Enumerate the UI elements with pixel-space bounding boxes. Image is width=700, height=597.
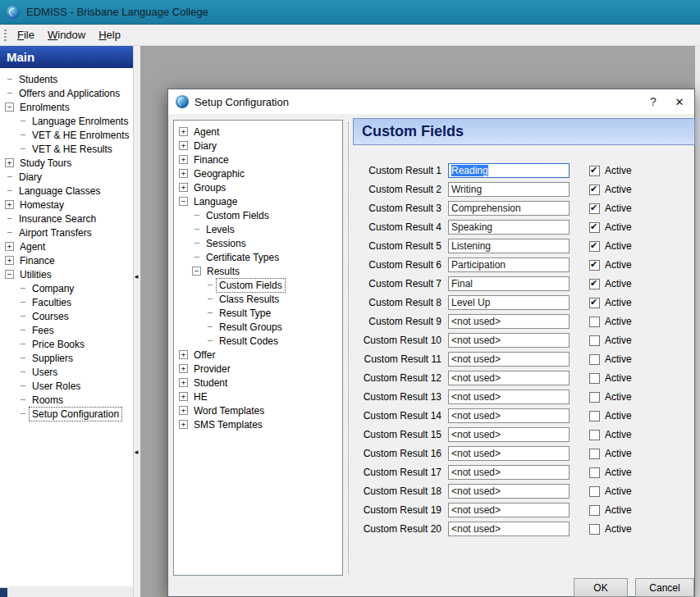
custom-result-input[interactable]: <not used> bbox=[448, 484, 570, 499]
expand-icon[interactable] bbox=[179, 392, 188, 401]
collapse-icon[interactable] bbox=[192, 267, 201, 276]
sidebar-item[interactable]: Utilities bbox=[0, 267, 133, 281]
cancel-button[interactable]: Cancel bbox=[635, 578, 694, 597]
tree-item[interactable]: Results bbox=[174, 264, 342, 278]
active-checkbox[interactable] bbox=[589, 241, 600, 252]
sidebar-item[interactable]: Study Tours bbox=[0, 156, 133, 170]
sidebar-item[interactable]: Language Classes bbox=[0, 184, 133, 198]
custom-result-input[interactable]: <not used> bbox=[448, 503, 570, 517]
custom-result-input[interactable]: <not used> bbox=[448, 314, 570, 329]
help-button[interactable]: ? bbox=[640, 90, 666, 113]
tree-item[interactable]: Student bbox=[174, 376, 342, 390]
expand-icon[interactable] bbox=[179, 169, 188, 178]
tree-item[interactable]: Levels bbox=[174, 222, 342, 236]
menu-window[interactable]: Window bbox=[41, 27, 92, 43]
custom-result-input[interactable]: <not used> bbox=[448, 352, 570, 367]
menu-help[interactable]: Help bbox=[92, 27, 127, 43]
custom-result-input[interactable]: Participation bbox=[448, 257, 570, 272]
expand-icon[interactable] bbox=[5, 242, 14, 251]
tree-item[interactable]: Finance bbox=[174, 153, 342, 166]
custom-result-input[interactable]: <not used> bbox=[448, 465, 570, 480]
active-checkbox[interactable] bbox=[589, 222, 600, 233]
collapse-arrow-icon[interactable]: ◄ bbox=[133, 274, 140, 280]
collapse-arrow-icon[interactable]: ◄ bbox=[133, 449, 140, 456]
custom-result-input[interactable]: <not used> bbox=[448, 371, 570, 385]
tree-item[interactable]: Sessions bbox=[174, 236, 342, 250]
tree-item[interactable]: Agent bbox=[174, 125, 342, 139]
sidebar-item[interactable]: VET & HE Enrolments bbox=[0, 128, 133, 142]
sidebar-splitter[interactable]: ◄ ◄ bbox=[133, 46, 140, 597]
sidebar-item[interactable]: VET & HE Results bbox=[0, 142, 133, 156]
tree-item[interactable]: Language bbox=[174, 194, 342, 208]
sidebar-item[interactable]: Agent bbox=[0, 239, 133, 253]
sidebar-item[interactable]: Price Books bbox=[0, 337, 133, 351]
tree-item[interactable]: Provider bbox=[174, 362, 342, 376]
tree-item[interactable]: Result Codes bbox=[174, 334, 342, 348]
tree-item[interactable]: SMS Templates bbox=[174, 417, 342, 431]
active-checkbox[interactable] bbox=[589, 486, 600, 497]
active-checkbox[interactable] bbox=[589, 411, 600, 422]
tree-item[interactable]: Certificate Types bbox=[174, 250, 342, 264]
expand-icon[interactable] bbox=[179, 420, 188, 429]
dialog-title-bar[interactable]: Setup Configuration ? ✕ bbox=[168, 89, 694, 114]
tree-item[interactable]: HE bbox=[174, 390, 342, 403]
sidebar-item[interactable]: Enrolments bbox=[0, 100, 133, 114]
sidebar-item[interactable]: Faculties bbox=[0, 295, 133, 309]
expand-icon[interactable] bbox=[5, 158, 14, 167]
active-checkbox[interactable] bbox=[589, 298, 600, 308]
custom-result-input[interactable]: Comprehension bbox=[448, 201, 570, 216]
active-checkbox[interactable] bbox=[589, 373, 600, 384]
tree-item[interactable]: Result Groups bbox=[174, 320, 342, 334]
sidebar-item[interactable]: User Roles bbox=[0, 379, 133, 393]
sidebar-item[interactable]: Rooms bbox=[0, 393, 133, 407]
sidebar-item[interactable]: Airport Transfers bbox=[0, 226, 133, 239]
sidebar-item[interactable]: Suppliers bbox=[0, 351, 133, 365]
expand-icon[interactable] bbox=[179, 378, 188, 387]
collapse-icon[interactable] bbox=[5, 103, 14, 112]
active-checkbox[interactable] bbox=[589, 317, 600, 327]
sidebar-item[interactable]: Homestay bbox=[0, 198, 133, 212]
tree-item[interactable]: Geographic bbox=[174, 166, 342, 180]
collapse-icon[interactable] bbox=[5, 270, 14, 279]
custom-result-input[interactable]: Level Up bbox=[448, 295, 570, 310]
close-button[interactable]: ✕ bbox=[666, 90, 693, 113]
active-checkbox[interactable] bbox=[589, 354, 600, 365]
active-checkbox[interactable] bbox=[589, 260, 600, 271]
active-checkbox[interactable] bbox=[589, 449, 600, 459]
custom-result-input[interactable]: <not used> bbox=[448, 390, 570, 404]
active-checkbox[interactable] bbox=[589, 430, 600, 440]
active-checkbox[interactable] bbox=[589, 392, 600, 403]
tree-item[interactable]: Offer bbox=[174, 348, 342, 362]
menu-file[interactable]: File bbox=[11, 27, 41, 43]
sidebar-item[interactable]: Insurance Search bbox=[0, 212, 133, 226]
expand-icon[interactable] bbox=[179, 155, 188, 164]
expand-icon[interactable] bbox=[179, 183, 188, 192]
expand-icon[interactable] bbox=[179, 141, 188, 150]
custom-result-input[interactable]: <not used> bbox=[448, 333, 570, 348]
sidebar-item[interactable]: Company bbox=[0, 281, 133, 295]
sidebar-item[interactable]: Finance bbox=[0, 253, 133, 267]
active-checkbox[interactable] bbox=[589, 166, 600, 176]
tree-item[interactable]: Word Templates bbox=[174, 403, 342, 417]
custom-result-input[interactable]: <not used> bbox=[448, 446, 570, 461]
sidebar-item[interactable]: Courses bbox=[0, 309, 133, 323]
tree-item[interactable]: Groups bbox=[174, 180, 342, 194]
tree-item[interactable]: Class Results bbox=[174, 292, 342, 306]
custom-result-input[interactable]: Speaking bbox=[448, 220, 570, 235]
custom-result-input[interactable]: Reading bbox=[448, 163, 570, 178]
sidebar-item[interactable]: Users bbox=[0, 365, 133, 379]
custom-result-input[interactable]: Writing bbox=[448, 182, 570, 197]
active-checkbox[interactable] bbox=[589, 505, 600, 516]
tree-item[interactable]: Custom Fields bbox=[174, 278, 342, 292]
tree-item[interactable]: Custom Fields bbox=[174, 208, 342, 222]
active-checkbox[interactable] bbox=[589, 335, 600, 346]
expand-icon[interactable] bbox=[179, 127, 188, 136]
custom-result-input[interactable]: <not used> bbox=[448, 427, 570, 442]
expand-icon[interactable] bbox=[179, 406, 188, 415]
expand-icon[interactable] bbox=[179, 364, 188, 373]
ok-button[interactable]: OK bbox=[574, 578, 628, 597]
sidebar-item[interactable]: Offers and Applications bbox=[0, 86, 133, 100]
sidebar-item[interactable]: Setup Configuration bbox=[0, 407, 133, 421]
expand-icon[interactable] bbox=[5, 256, 14, 265]
active-checkbox[interactable] bbox=[589, 185, 600, 195]
